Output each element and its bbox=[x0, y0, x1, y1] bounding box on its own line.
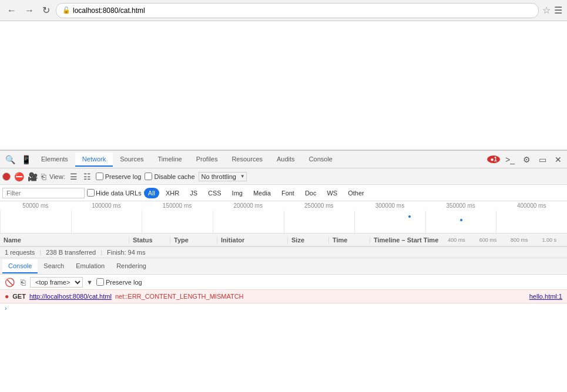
th-type: Type bbox=[170, 236, 217, 244]
clear-button[interactable]: ⛔ bbox=[14, 172, 24, 181]
timeline-label-3: 150000 ms bbox=[142, 202, 213, 209]
bottom-tab-emulation[interactable]: Emulation bbox=[70, 259, 110, 273]
error-message: net::ERR_CONTENT_LENGTH_MISMATCH bbox=[115, 293, 244, 300]
disable-cache-label[interactable]: Disable cache bbox=[145, 173, 194, 180]
tab-network[interactable]: Network bbox=[75, 153, 113, 167]
error-source[interactable]: hello.html:1 bbox=[529, 293, 562, 300]
frame-selector[interactable]: <top frame> bbox=[30, 277, 83, 288]
view-grid-icon[interactable]: ☷ bbox=[82, 172, 92, 181]
error-method: GET bbox=[12, 293, 26, 300]
bottom-tab-rendering[interactable]: Rendering bbox=[110, 259, 152, 273]
th-time: Time bbox=[329, 236, 370, 244]
record-button[interactable] bbox=[2, 173, 11, 181]
error-url[interactable]: http://localhost:8080/cat.html bbox=[29, 293, 112, 300]
th-name: Name bbox=[0, 236, 129, 244]
console-prompt: › bbox=[0, 303, 567, 313]
filter-all-button[interactable]: All bbox=[144, 188, 159, 198]
bottom-preserve-log-label[interactable]: Preserve log bbox=[96, 278, 142, 286]
view-label: View: bbox=[49, 173, 65, 180]
bottom-tab-console[interactable]: Console bbox=[2, 259, 38, 273]
filter-bar: Hide data URLs All XHR JS CSS Img Media … bbox=[0, 185, 567, 201]
status-finish: Finish: 94 ms bbox=[107, 249, 145, 256]
hide-data-urls-checkbox[interactable] bbox=[87, 189, 95, 197]
filter-ws-button[interactable]: WS bbox=[323, 188, 341, 198]
forward-button[interactable]: → bbox=[22, 4, 36, 17]
filter-media-button[interactable]: Media bbox=[249, 188, 275, 198]
timeline-dot-1 bbox=[408, 215, 411, 218]
timeline-label-1: 50000 ms bbox=[0, 202, 71, 209]
filter-console-icon[interactable]: ⎗ bbox=[19, 278, 26, 287]
tab-console[interactable]: Console bbox=[302, 153, 340, 167]
hide-data-urls-label[interactable]: Hide data URLs bbox=[87, 189, 142, 197]
network-toolbar: ⛔ 🎥 ⎗ View: ☰ ☷ Preserve log Disable cac… bbox=[0, 168, 567, 185]
preserve-log-checkbox[interactable] bbox=[96, 173, 103, 180]
devtools-search-icon[interactable]: 🔍 bbox=[2, 154, 18, 165]
throttle-select[interactable]: No throttling bbox=[199, 172, 247, 181]
bottom-toolbar: 🚫 ⎗ <top frame> ▼ Preserve log bbox=[0, 275, 567, 290]
devtools-icon-bar: ●1 >_ ⚙ ▭ ✕ bbox=[487, 154, 565, 165]
tab-resources[interactable]: Resources bbox=[224, 153, 270, 167]
back-button[interactable]: ← bbox=[5, 4, 19, 17]
filter-css-button[interactable]: CSS bbox=[204, 188, 226, 198]
devtools-device-icon[interactable]: 📱 bbox=[18, 154, 34, 165]
prompt-chevron-icon: › bbox=[5, 305, 7, 312]
tab-sources[interactable]: Sources bbox=[113, 153, 150, 167]
timeline-col-6 bbox=[354, 211, 425, 233]
th-size: Size bbox=[288, 236, 329, 244]
tab-timeline[interactable]: Timeline bbox=[151, 153, 189, 167]
th-timeline: Timeline – Start Time 400 ms 600 ms 800 … bbox=[370, 236, 567, 244]
timeline-labels: 50000 ms 100000 ms 150000 ms 200000 ms 2… bbox=[0, 202, 567, 209]
tab-audits[interactable]: Audits bbox=[270, 153, 302, 167]
timeline-col-5 bbox=[284, 211, 355, 233]
dock-icon[interactable]: ▭ bbox=[536, 154, 549, 165]
filter-img-button[interactable]: Img bbox=[228, 188, 247, 198]
settings-icon[interactable]: ⚙ bbox=[520, 154, 534, 165]
tab-elements[interactable]: Elements bbox=[34, 153, 75, 167]
timeline-label-7: 350000 ms bbox=[425, 202, 496, 209]
console-prompt-icon[interactable]: >_ bbox=[502, 154, 518, 165]
status-bar: 1 requests | 238 B transferred | Finish:… bbox=[0, 246, 567, 258]
address-bar: 🔓 bbox=[56, 3, 539, 18]
bottom-tab-search[interactable]: Search bbox=[38, 259, 70, 273]
bottom-preserve-log-checkbox[interactable] bbox=[96, 278, 104, 286]
table-header: Name Status Type Initiator Size Time Tim… bbox=[0, 234, 567, 246]
throttle-wrapper: No throttling bbox=[199, 172, 247, 181]
timeline-grid bbox=[0, 211, 567, 233]
timeline-dot-2 bbox=[460, 219, 462, 221]
timeline-label-2: 100000 ms bbox=[71, 202, 142, 209]
url-input[interactable] bbox=[73, 6, 532, 15]
filter-doc-button[interactable]: Doc bbox=[301, 188, 321, 198]
disable-cache-checkbox[interactable] bbox=[145, 173, 152, 180]
timeline-label-8: 400000 ms bbox=[496, 202, 567, 209]
timeline-col-7 bbox=[425, 211, 496, 233]
error-row: ● GET http://localhost:8080/cat.html net… bbox=[0, 290, 567, 303]
browser-toolbar: ← → ↻ 🔓 ☆ ☰ bbox=[0, 0, 567, 21]
bottom-tab-bar: Console Search Emulation Rendering bbox=[0, 258, 567, 275]
filter-font-button[interactable]: Font bbox=[277, 188, 298, 198]
lock-icon: 🔓 bbox=[62, 6, 71, 14]
refresh-button[interactable]: ↻ bbox=[40, 4, 52, 17]
close-icon[interactable]: ✕ bbox=[552, 154, 565, 165]
filter-js-button[interactable]: JS bbox=[186, 188, 202, 198]
error-icon: ● bbox=[5, 292, 9, 300]
bookmark-button[interactable]: ☆ bbox=[542, 5, 551, 16]
th-initiator: Initiator bbox=[217, 236, 288, 244]
error-badge: ●1 bbox=[487, 156, 500, 163]
page-content bbox=[0, 21, 567, 150]
timeline-label-6: 300000 ms bbox=[354, 202, 425, 209]
timeline-col-8 bbox=[496, 211, 567, 233]
no-entry-icon[interactable]: 🚫 bbox=[4, 278, 16, 287]
preserve-log-label[interactable]: Preserve log bbox=[96, 173, 142, 180]
th-status: Status bbox=[129, 236, 170, 244]
timeline-area: 50000 ms 100000 ms 150000 ms 200000 ms 2… bbox=[0, 201, 567, 234]
filter-input[interactable] bbox=[2, 188, 85, 198]
view-list-icon[interactable]: ☰ bbox=[69, 172, 79, 181]
timeline-col-2 bbox=[71, 211, 142, 233]
filter-button[interactable]: ⎗ bbox=[41, 172, 46, 181]
capture-button[interactable]: 🎥 bbox=[28, 172, 38, 181]
filter-xhr-button[interactable]: XHR bbox=[162, 188, 183, 198]
devtools-tab-bar: 🔍 📱 Elements Network Sources Timeline Pr… bbox=[0, 151, 567, 168]
tab-profiles[interactable]: Profiles bbox=[189, 153, 225, 167]
filter-other-button[interactable]: Other bbox=[344, 188, 368, 198]
menu-button[interactable]: ☰ bbox=[554, 5, 562, 16]
